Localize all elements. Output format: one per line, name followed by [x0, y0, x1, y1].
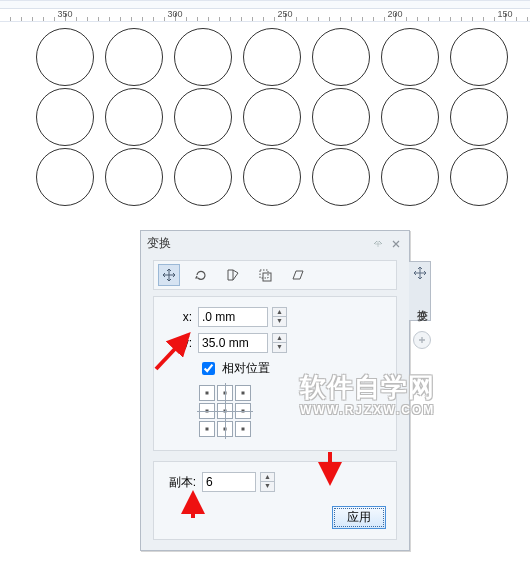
- anchor-cell[interactable]: [235, 385, 251, 401]
- y-input[interactable]: [198, 333, 268, 353]
- side-tab-transform[interactable]: 变换: [409, 261, 431, 321]
- transform-panel: 变换 变换: [140, 230, 410, 551]
- y-field-row: y: ▲▼: [164, 333, 386, 353]
- anchor-cell[interactable]: [199, 403, 215, 419]
- x-field-row: x: ▲▼: [164, 307, 386, 327]
- copies-input[interactable]: [202, 472, 256, 492]
- circle-object[interactable]: [36, 88, 94, 146]
- circle-object[interactable]: [243, 28, 301, 86]
- anchor-grid[interactable]: [198, 384, 252, 438]
- relative-position-label: 相对位置: [222, 360, 270, 377]
- x-input[interactable]: [198, 307, 268, 327]
- copies-label: 副本:: [164, 474, 196, 491]
- circle-object[interactable]: [243, 148, 301, 206]
- apply-button-label: 应用: [347, 510, 371, 524]
- circle-object[interactable]: [36, 148, 94, 206]
- circle-object[interactable]: [174, 148, 232, 206]
- circle-object[interactable]: [174, 88, 232, 146]
- circle-object[interactable]: [450, 28, 508, 86]
- copies-spinner[interactable]: ▲▼: [260, 472, 275, 492]
- skew-mode-button[interactable]: [286, 264, 308, 286]
- anchor-cell[interactable]: [199, 421, 215, 437]
- relative-position-row: 相对位置: [198, 359, 386, 378]
- circle-object[interactable]: [36, 28, 94, 86]
- panel-titlebar[interactable]: 变换: [141, 231, 409, 256]
- circle-object[interactable]: [105, 88, 163, 146]
- circle-object[interactable]: [381, 28, 439, 86]
- anchor-cell[interactable]: [235, 421, 251, 437]
- circle-object[interactable]: [312, 88, 370, 146]
- anchor-cell[interactable]: [217, 385, 233, 401]
- circle-object[interactable]: [381, 148, 439, 206]
- ruler-scrollbar[interactable]: [0, 1, 530, 9]
- horizontal-ruler: 350300250200150: [0, 0, 530, 22]
- panel-title-text: 变换: [147, 235, 171, 252]
- anchor-cell[interactable]: [217, 403, 233, 419]
- panel-footer: 副本: ▲▼ 应用: [153, 461, 397, 540]
- x-label: x:: [164, 310, 192, 324]
- anchor-cell[interactable]: [235, 403, 251, 419]
- y-label: y:: [164, 336, 192, 350]
- circle-object[interactable]: [450, 88, 508, 146]
- circle-object[interactable]: [105, 28, 163, 86]
- svg-rect-1: [263, 273, 271, 281]
- anchor-cell[interactable]: [199, 385, 215, 401]
- y-spinner[interactable]: ▲▼: [272, 333, 287, 353]
- anchor-cell[interactable]: [217, 421, 233, 437]
- circle-object[interactable]: [450, 148, 508, 206]
- circle-object[interactable]: [312, 28, 370, 86]
- close-icon[interactable]: [389, 237, 403, 251]
- copies-row: 副本: ▲▼: [164, 472, 386, 492]
- circle-object[interactable]: [381, 88, 439, 146]
- circle-object[interactable]: [174, 28, 232, 86]
- transform-mode-toolbar: [153, 260, 397, 290]
- svg-rect-0: [260, 270, 268, 278]
- x-spinner[interactable]: ▲▼: [272, 307, 287, 327]
- panel-body: x: ▲▼ y: ▲▼ 相对位置: [153, 296, 397, 451]
- relative-position-checkbox[interactable]: [202, 362, 215, 375]
- position-mode-button[interactable]: [158, 264, 180, 286]
- circle-object[interactable]: [105, 148, 163, 206]
- move-icon: [413, 266, 427, 280]
- circle-object[interactable]: [243, 88, 301, 146]
- rotate-mode-button[interactable]: [190, 264, 212, 286]
- circle-object[interactable]: [312, 148, 370, 206]
- add-tab-button[interactable]: [413, 331, 431, 349]
- apply-button[interactable]: 应用: [332, 506, 386, 529]
- drawing-canvas[interactable]: [0, 22, 530, 222]
- pin-icon[interactable]: [371, 237, 385, 251]
- mirror-mode-button[interactable]: [222, 264, 244, 286]
- size-mode-button[interactable]: [254, 264, 276, 286]
